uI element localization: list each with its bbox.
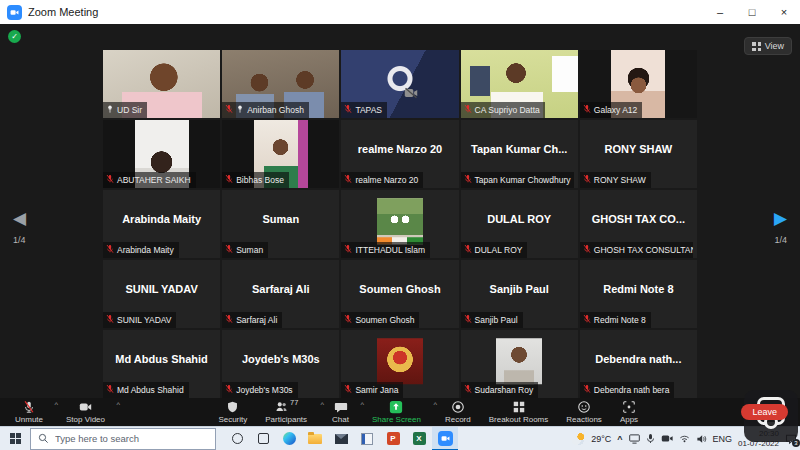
taskbar-mail-icon[interactable]: [328, 427, 354, 450]
participant-display-name: DULAL ROY: [461, 190, 578, 248]
participant-tile[interactable]: Tapan Kumar Ch... Tapan Kumar Chowdhury: [461, 120, 578, 188]
participant-tile[interactable]: Anirban Ghosh: [222, 50, 339, 118]
participant-tile[interactable]: RONY SHAW RONY SHAW: [580, 120, 697, 188]
breakout-rooms-button[interactable]: Breakout Rooms: [480, 398, 558, 426]
taskbar-clock[interactable]: 20:30 01-07-2022: [738, 429, 779, 448]
taskbar-zoom-icon[interactable]: [432, 427, 458, 450]
volume-tray-icon[interactable]: [696, 434, 707, 444]
participant-tile[interactable]: Sanjib Paul Sanjib Paul: [461, 260, 578, 328]
participant-tile[interactable]: Soumen Ghosh Soumen Ghosh: [341, 260, 458, 328]
muted-mic-icon: [225, 314, 233, 326]
record-button[interactable]: Record: [436, 398, 480, 426]
participant-name-label: UD Sir: [103, 102, 147, 118]
view-button[interactable]: View: [744, 37, 792, 55]
taskbar-file-explorer-icon[interactable]: [302, 427, 328, 450]
participant-name-label: Arabinda Maity: [103, 242, 179, 258]
participant-tile[interactable]: Md Abdus Shahid Md Abdus Shahid: [103, 330, 220, 398]
muted-mic-icon: [225, 174, 233, 186]
participant-tile[interactable]: Joydeb's M30s Joydeb's M30s: [222, 330, 339, 398]
search-input[interactable]: [55, 433, 208, 444]
chat-button[interactable]: Chat ^: [323, 398, 363, 426]
weather-temperature[interactable]: 29°C: [591, 434, 611, 444]
toolbar-spacer: [647, 398, 737, 426]
taskbar-cortana-icon[interactable]: [224, 427, 250, 450]
muted-mic-icon: [583, 314, 591, 326]
chevron-up-icon[interactable]: ^: [116, 400, 120, 409]
participant-tile[interactable]: SUNIL YADAV SUNIL YADAV: [103, 260, 220, 328]
start-button[interactable]: [0, 427, 30, 450]
participant-tile[interactable]: UD Sir: [103, 50, 220, 118]
language-indicator[interactable]: ENG: [713, 434, 733, 444]
task-view-icon: [258, 433, 269, 444]
reactions-smiley-icon: [577, 400, 591, 414]
taskbar-search[interactable]: [30, 428, 216, 450]
taskbar-edge-icon[interactable]: [276, 427, 302, 450]
participant-tile[interactable]: Debendra nath... Debendra nath bera: [580, 330, 697, 398]
participant-tile[interactable]: Arabinda Maity Arabinda Maity: [103, 190, 220, 258]
participant-name-label: Redmi Note 8: [580, 312, 651, 328]
mail-icon: [335, 434, 348, 444]
stop-video-button[interactable]: Stop Video ^: [57, 398, 119, 426]
participant-name-text: Tapan Kumar Chowdhury: [475, 175, 571, 185]
participant-tile[interactable]: realme Narzo 20 realme Narzo 20: [341, 120, 458, 188]
participant-tile[interactable]: Redmi Note 8 Redmi Note 8: [580, 260, 697, 328]
maximize-button[interactable]: □: [736, 0, 768, 24]
gallery-view-icon: [752, 42, 761, 51]
participant-tile[interactable]: TAPAS: [341, 50, 458, 118]
muted-mic-icon: [464, 384, 472, 396]
security-shield-icon: [226, 400, 239, 414]
video-off-icon: [404, 85, 418, 103]
participant-name-text: Joydeb's M30s: [236, 385, 292, 395]
participant-tile[interactable]: DULAL ROY DULAL ROY: [461, 190, 578, 258]
participant-name-text: Samir Jana: [355, 385, 398, 395]
security-button[interactable]: Security: [209, 398, 256, 426]
participant-tile[interactable]: CA Supriyo Datta: [461, 50, 578, 118]
desktop: Zoom Meeting – □ × ✓ View ◀ 1/4 ▶ 1/4: [0, 0, 800, 450]
participant-tile[interactable]: ABUTAHER SAIKH: [103, 120, 220, 188]
apps-button[interactable]: Apps: [611, 398, 647, 426]
participant-name-text: Suman: [236, 245, 263, 255]
participants-button[interactable]: 77 Participants ^: [256, 398, 323, 426]
muted-mic-icon: [106, 384, 114, 396]
camera-tray-icon[interactable]: [661, 434, 673, 443]
share-screen-button[interactable]: Share Screen ^: [363, 398, 436, 426]
muted-mic-icon: [344, 174, 352, 186]
microphone-tray-icon[interactable]: [646, 433, 655, 444]
system-tray: 29°C ^ ENG 20:30 01-07-2022: [571, 429, 800, 448]
participant-name-text: Soumen Ghosh: [355, 315, 414, 325]
participant-tile[interactable]: ITTEHADUL Islam: [341, 190, 458, 258]
participant-tile[interactable]: Galaxy A12: [580, 50, 697, 118]
taskbar-office-app-icon[interactable]: [354, 427, 380, 450]
participant-tile[interactable]: Sarfaraj Ali Sarfaraj Ali: [222, 260, 339, 328]
taskbar-excel-icon[interactable]: X: [406, 427, 432, 450]
minimize-button[interactable]: –: [704, 0, 736, 24]
previous-page-arrow[interactable]: ◀: [13, 210, 26, 227]
display-tray-icon[interactable]: [629, 434, 640, 444]
participant-name-label: Soumen Ghosh: [341, 312, 419, 328]
participant-display-name: Sanjib Paul: [461, 260, 578, 318]
network-tray-icon[interactable]: [679, 434, 690, 443]
search-icon: [38, 430, 49, 448]
weather-icon[interactable]: [571, 433, 585, 445]
reactions-button[interactable]: Reactions: [557, 398, 611, 426]
taskbar-task-view-icon[interactable]: [250, 427, 276, 450]
participant-name-text: UD Sir: [117, 105, 142, 115]
participant-tile[interactable]: Bibhas Bose: [222, 120, 339, 188]
next-page-arrow[interactable]: ▶: [774, 210, 787, 227]
hidden-icons-chevron[interactable]: ^: [617, 434, 622, 444]
participant-display-name: Arabinda Maity: [103, 190, 220, 248]
action-center-icon[interactable]: 3: [785, 433, 797, 445]
participant-tile[interactable]: Sudarshan Roy: [461, 330, 578, 398]
participant-tile[interactable]: Samir Jana: [341, 330, 458, 398]
unmute-button[interactable]: Unmute ^: [6, 398, 57, 426]
meeting-info-shield-icon[interactable]: ✓: [8, 30, 21, 43]
participant-tile[interactable]: GHOSH TAX CO... GHOSH TAX CONSULTANC: [580, 190, 697, 258]
zoom-app-icon: [438, 431, 453, 446]
close-button[interactable]: ×: [768, 0, 800, 24]
page-indicator-left: 1/4: [13, 235, 26, 245]
participant-tile[interactable]: Suman Suman: [222, 190, 339, 258]
edge-browser-icon: [283, 432, 296, 445]
taskbar-powerpoint-icon[interactable]: P: [380, 427, 406, 450]
participant-name-text: Debendra nath bera: [594, 385, 670, 395]
leave-button[interactable]: Leave: [741, 404, 788, 420]
